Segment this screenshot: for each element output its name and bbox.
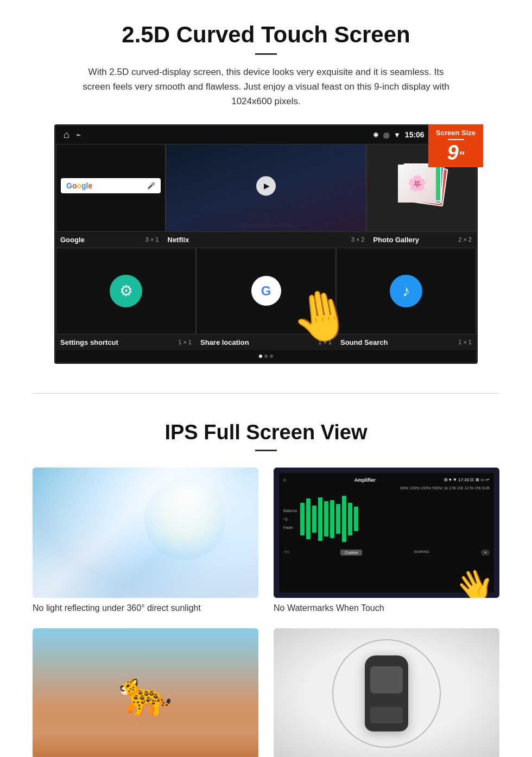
- amp-bottom-row: ◁◁ Custom loudness ●: [283, 550, 490, 556]
- google-label: Google: [60, 236, 85, 244]
- section-curved-screen: 2.5D Curved Touch Screen With 2.5D curve…: [0, 0, 532, 382]
- amp-custom-btn[interactable]: Custom: [340, 550, 362, 556]
- usb-icon: ⌁: [76, 130, 80, 139]
- section2-title: IPS Full Screen View: [33, 421, 499, 444]
- eq-bar-group: [300, 492, 490, 546]
- settings-label: Settings shortcut: [60, 338, 118, 346]
- sound-size: 1 × 1: [458, 339, 472, 345]
- section1-title: 2.5D Curved Touch Screen: [33, 22, 499, 48]
- app-grid-top: Google 🎤 NETFLIX Continue Marvel's Dared…: [56, 144, 476, 232]
- settings-icon[interactable]: ⚙: [110, 275, 142, 307]
- device-screen: ⌂ ⌁ ✱ ◎ ▼ 15:06 ⬚ ◁) ⊠ ▭: [54, 124, 478, 364]
- gallery-size: 2 × 2: [458, 236, 472, 243]
- share-app-cell[interactable]: G 🤚: [196, 248, 336, 335]
- google-search-bar[interactable]: Google 🎤: [61, 178, 161, 193]
- gear-icon: ⚙: [119, 282, 133, 300]
- amp-header: ⌂ Amplifier ⊞ ♥ ▼ 17:33 ⊡ ⊠ ▭ ↩: [283, 477, 490, 483]
- settings-size: 1 × 1: [178, 339, 192, 345]
- amp-home: ⌂: [283, 477, 286, 482]
- amp-icons: ⊞ ♥ ▼ 17:33 ⊡ ⊠ ▭ ↩: [444, 477, 490, 482]
- labels-row-2: Settings shortcut 1 × 1 Share location 1…: [56, 335, 476, 350]
- eq-bar-10: [354, 507, 358, 531]
- badge-label: Screen Size: [436, 129, 476, 137]
- amp-left-labels: Balance ◁) Fader: [283, 509, 297, 529]
- badge-line: [448, 139, 464, 140]
- gallery-label-cell: Photo Gallery 2 × 2: [369, 234, 477, 245]
- gallery-card-3: 🌸: [403, 163, 441, 201]
- car-top-view: [365, 655, 408, 731]
- amp-prev-icon: ◁◁: [283, 550, 289, 556]
- status-bar: ⌂ ⌁ ✱ ◎ ▼ 15:06 ⬚ ◁) ⊠ ▭: [56, 126, 476, 144]
- gallery-stack: 🌸: [397, 163, 446, 212]
- sunlight-image: [33, 468, 258, 598]
- eq-bar-5: [324, 501, 328, 537]
- signal-icon: ▼: [394, 131, 401, 139]
- status-time: 15:06: [405, 130, 425, 139]
- car-trunk: [370, 707, 403, 723]
- cheetah-emoji: 🐆: [118, 668, 173, 719]
- eq-bar-1: [300, 503, 305, 535]
- dot-1[interactable]: [259, 355, 262, 358]
- location-icon: ◎: [383, 131, 389, 139]
- device-wrapper: Screen Size 9" ⌂ ⌁ ✱ ◎ ▼ 15:06 ⬚ ◁) ⊠: [54, 124, 478, 364]
- sound-app-cell[interactable]: ♪: [336, 248, 476, 335]
- amp-toggle[interactable]: ●: [481, 550, 490, 556]
- google-size: 3 × 1: [145, 236, 159, 243]
- labels-row-1: Google 3 × 1 Netflix 3 × 2 Photo Gallery…: [56, 232, 476, 248]
- eq-bar-7: [336, 504, 340, 534]
- netflix-label-cell: Netflix 3 × 2: [163, 234, 369, 245]
- eq-bar-4: [318, 497, 322, 541]
- netflix-app-cell[interactable]: NETFLIX Continue Marvel's Daredevil: [166, 144, 366, 232]
- amplifier-image: ⌂ Amplifier ⊞ ♥ ▼ 17:33 ⊡ ⊠ ▭ ↩ 60hz 100…: [274, 468, 499, 598]
- mic-icon[interactable]: 🎤: [147, 182, 155, 190]
- pagination-dots: [56, 350, 476, 362]
- section-ips-screen: IPS Full Screen View No light reflecting…: [0, 405, 532, 757]
- note-icon: ♪: [402, 282, 410, 300]
- car-windshield: [370, 666, 403, 693]
- dot-3[interactable]: [270, 355, 273, 358]
- share-label: Share location: [200, 338, 249, 346]
- share-location-icon[interactable]: G: [251, 276, 281, 306]
- screen-size-badge: Screen Size 9": [428, 124, 483, 167]
- bluetooth-icon: ✱: [373, 131, 379, 139]
- eq-bar-9: [348, 503, 352, 535]
- feature-sunlight: No light reflecting under 360° direct su…: [33, 468, 258, 613]
- feature-cheetah: 🐆 Super Fast Response: [33, 628, 258, 757]
- gallery-flower: 🌸: [398, 165, 436, 203]
- sound-label-cell: Sound Search 1 × 1: [336, 337, 476, 348]
- amp-title: Amplifier: [354, 477, 376, 483]
- google-label-cell: Google 3 × 1: [56, 234, 163, 245]
- settings-label-cell: Settings shortcut 1 × 1: [56, 337, 196, 348]
- google-app-cell[interactable]: Google 🎤: [56, 144, 166, 232]
- gallery-label: Photo Gallery: [373, 236, 420, 244]
- dot-2[interactable]: [264, 355, 268, 358]
- features-grid: No light reflecting under 360° direct su…: [33, 468, 499, 757]
- netflix-background: NETFLIX Continue Marvel's Daredevil: [166, 144, 366, 231]
- amplifier-label: No Watermarks When Touch: [274, 603, 499, 613]
- google-logo: Google: [66, 181, 92, 190]
- section1-description: With 2.5D curved-display screen, this de…: [76, 65, 456, 109]
- home-icon[interactable]: ⌂: [64, 129, 69, 141]
- car-image: [274, 628, 499, 757]
- sunlight-label: No light reflecting under 360° direct su…: [33, 603, 258, 613]
- amp-eq-bars: Balance ◁) Fader: [283, 492, 490, 546]
- title-underline: [255, 53, 277, 55]
- eq-bar-8: [342, 496, 346, 542]
- volume-icon-amp: ◁): [283, 517, 297, 521]
- eq-bar-2: [306, 499, 311, 539]
- music-icon: ♪: [390, 275, 422, 307]
- hand-gesture-icon: 🤚: [287, 283, 357, 350]
- fader-label: Fader: [283, 526, 297, 529]
- netflix-play-button[interactable]: [256, 176, 276, 195]
- balance-label: Balance: [283, 509, 297, 513]
- car-circle-outline: [332, 639, 441, 748]
- eq-bar-3: [312, 506, 316, 533]
- feature-car: Large Viewing Angle: [274, 628, 499, 757]
- settings-app-cell[interactable]: ⚙: [56, 248, 196, 335]
- section2-underline: [255, 450, 277, 451]
- feature-amplifier: ⌂ Amplifier ⊞ ♥ ▼ 17:33 ⊡ ⊠ ▭ ↩ 60hz 100…: [274, 468, 499, 613]
- netflix-size: 3 × 2: [351, 236, 365, 243]
- amp-loudness-label: loudness: [414, 550, 429, 556]
- cheetah-image: 🐆: [33, 628, 258, 757]
- netflix-label: Netflix: [168, 236, 189, 244]
